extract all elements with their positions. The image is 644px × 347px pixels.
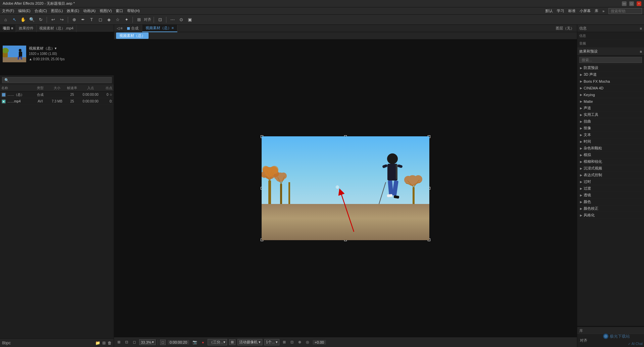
home-tool[interactable]: ⌂	[2, 16, 9, 23]
rotate-tool[interactable]: ↻	[37, 16, 44, 23]
tab-footage[interactable]: 视频素材（总）.mp4	[37, 25, 76, 32]
menu-window[interactable]: 窗口	[116, 8, 123, 13]
extra-tools[interactable]: ⋯	[169, 16, 176, 23]
search-help-input[interactable]	[608, 8, 642, 14]
viewer-fit-icon[interactable]: ⊡	[124, 339, 129, 345]
hand-tool[interactable]: ✋	[19, 16, 27, 23]
workspace-standard[interactable]: 标准	[568, 8, 576, 13]
snapshot-btn[interactable]: 📷	[191, 339, 199, 345]
asset-row-video[interactable]: ▶ ……mp4 AVI 7.3 MB 25 0:00:00:00 0:	[0, 98, 114, 105]
menu-edit[interactable]: 编辑(E)	[18, 8, 31, 13]
effect-distort[interactable]: ▶扭曲	[577, 118, 644, 125]
puppet-tool[interactable]: ☆	[114, 16, 121, 23]
mask-tool[interactable]: ◈	[105, 16, 113, 23]
timecode-display[interactable]: 0:00:00:20	[168, 340, 189, 345]
menu-expand-icon[interactable]: »	[602, 9, 604, 13]
view-count-dropdown[interactable]: 1个... ▾	[264, 339, 279, 345]
shape-tool[interactable]: ◻	[97, 16, 104, 23]
effect-3d[interactable]: ▶3D 声道	[577, 71, 644, 78]
effect-stylize[interactable]: ▶风格化	[577, 212, 644, 219]
text-tool[interactable]: T	[88, 16, 95, 23]
pixel-aspect-btn[interactable]: ⊞	[229, 339, 235, 345]
effects-search-input[interactable]	[579, 57, 642, 63]
camera-tool[interactable]: ⊕	[70, 16, 78, 23]
workspace-small[interactable]: 小屏幕	[580, 8, 591, 13]
asset-row-comp[interactable]: ……（总） 合成 25 0:00:00:00 0 ☆	[0, 91, 114, 98]
workspace-default[interactable]: 默认	[545, 8, 553, 13]
effect-transition[interactable]: ▶过渡	[577, 185, 644, 192]
effect-keying[interactable]: ▶Keying	[577, 91, 644, 98]
effect-sim[interactable]: ▶模拟	[577, 152, 644, 158]
effect-blur[interactable]: ▶模糊和锐化	[577, 158, 644, 165]
minimize-btn[interactable]: —	[622, 1, 627, 6]
effects-presets-menu[interactable]: ≡	[640, 50, 642, 54]
delete-icon[interactable]: 🗑	[108, 341, 112, 345]
zoom-dropdown[interactable]: 33.3% ▾	[139, 339, 156, 345]
effect-matte[interactable]: ▶Matte	[577, 98, 644, 105]
comp-tab-main[interactable]: 合成	[124, 25, 142, 32]
effect-obsolete[interactable]: ▶过时	[577, 179, 644, 185]
snapping-toggle[interactable]: ⊡	[156, 16, 164, 23]
viewer-option2[interactable]: ⊡	[289, 339, 295, 345]
right-panel-menu[interactable]: ≡	[640, 26, 642, 30]
effect-expr[interactable]: ▶表达式控制	[577, 172, 644, 179]
effect-keyer[interactable]: ▶抠像	[577, 125, 644, 132]
effect-text[interactable]: ▶文本	[577, 132, 644, 138]
bit-depth[interactable]: 8bpc	[2, 341, 11, 345]
pen-tool[interactable]: ✒	[79, 16, 87, 23]
show-channel-btn[interactable]: ●	[201, 340, 206, 345]
camera-dropdown[interactable]: 活动摄像机 ▾	[237, 339, 262, 345]
effect-channel[interactable]: ▶声道	[577, 105, 644, 112]
close-btn[interactable]: ×	[637, 1, 641, 6]
maximize-btn[interactable]: □	[629, 1, 634, 6]
menu-view[interactable]: 视图(V)	[100, 8, 112, 13]
viewer-area[interactable]: ⊕	[114, 40, 577, 337]
effect-prevention[interactable]: ▶防震预设	[577, 65, 644, 71]
viewer-settings-icon[interactable]: ⊞	[116, 339, 122, 345]
exposure-value[interactable]: +0.00	[313, 340, 326, 345]
viewer-subtab-footage[interactable]: 视频素材（总）	[116, 32, 149, 39]
search-input[interactable]	[2, 77, 112, 83]
effect-perspective[interactable]: ▶透镜	[577, 192, 644, 199]
clone-tool[interactable]: ✦	[123, 16, 130, 23]
options-icon[interactable]: ⊙	[177, 16, 185, 23]
undo-tool[interactable]: ↩	[49, 16, 57, 23]
viewer-option1[interactable]: ⊞	[281, 339, 287, 345]
menu-comp[interactable]: 合成(C)	[35, 8, 47, 13]
effect-cinema4d[interactable]: ▶CINEMA 4D	[577, 85, 644, 91]
new-folder-icon[interactable]: 📁	[95, 341, 100, 345]
comp-row-name: ……（总）	[7, 92, 32, 97]
menu-file[interactable]: 文件(F)	[2, 8, 14, 13]
effect-time[interactable]: ▶时间	[577, 138, 644, 145]
menu-layer[interactable]: 图层(L)	[51, 8, 63, 13]
menu-anim[interactable]: 动画(A)	[83, 8, 96, 13]
menu-help[interactable]: 帮助(H)	[127, 8, 140, 13]
zoom-tool[interactable]: 🔍	[28, 16, 36, 23]
grid-dropdown[interactable]: （三分...▾	[208, 339, 227, 345]
tab-project[interactable]: 项目 ≡	[0, 25, 16, 32]
tab-effects-controls[interactable]: 效果控件	[16, 25, 37, 32]
comp-tab-left-btn[interactable]: ◁ ≡	[115, 26, 124, 30]
align-tool[interactable]: ⊞	[135, 16, 143, 23]
select-tool[interactable]: ↖	[11, 16, 18, 23]
new-comp-icon[interactable]: ⊞	[102, 341, 106, 345]
comp-video: ⊕	[262, 136, 429, 240]
redo-tool[interactable]: ↪	[58, 16, 65, 23]
effect-utility[interactable]: ▶实用工具	[577, 112, 644, 118]
right-panel: 信息 ≡ 信息 音频 效果和预设 ≡ ▶防震预设 ▶3D 声道 ▶Boris F…	[577, 25, 644, 347]
3d-toggle[interactable]: ▣	[186, 16, 194, 23]
effect-noise[interactable]: ▶杂色和颗粒	[577, 145, 644, 152]
menu-effects[interactable]: 效果(E)	[67, 8, 79, 13]
effect-cinema4d-label: CINEMA 4D	[584, 86, 603, 90]
effect-immersive[interactable]: ▶沉浸式视频	[577, 165, 644, 172]
comp-tab-footage[interactable]: 视频素材（总）≡	[142, 25, 177, 32]
viewer-option3[interactable]: ⊕	[297, 339, 303, 345]
effect-color[interactable]: ▶颜色	[577, 199, 644, 205]
workspace-lib[interactable]: 库	[595, 8, 598, 13]
viewer-resolution-icon[interactable]: ◻	[131, 339, 137, 345]
viewer-option4[interactable]: ◎	[305, 339, 311, 345]
effect-color-correct[interactable]: ▶颜色校正	[577, 205, 644, 212]
workspace-learn[interactable]: 学习	[557, 8, 564, 13]
aspect-ratio-dropdown[interactable]: □	[160, 340, 166, 345]
effect-boris[interactable]: ▶Boris FX Mocha	[577, 78, 644, 85]
